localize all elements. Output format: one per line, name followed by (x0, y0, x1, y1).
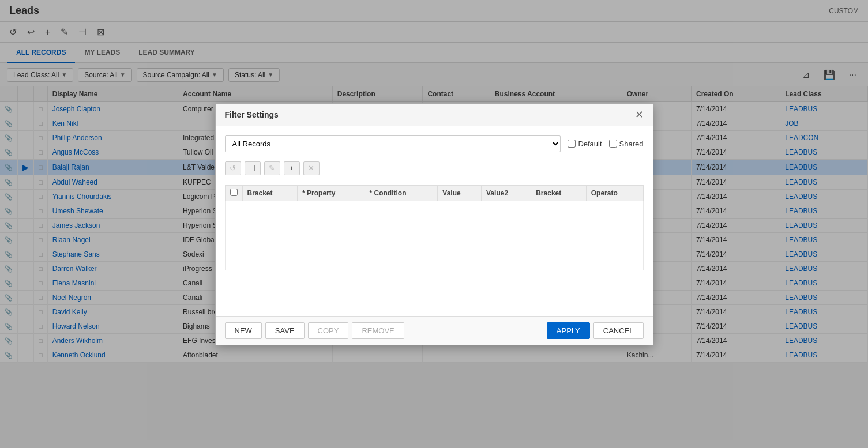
grid-col-bracket1: Bracket (242, 185, 298, 201)
shared-checkbox[interactable] (609, 140, 617, 148)
grid-col-operator: Operato (586, 185, 643, 201)
grid-col-check (225, 185, 242, 201)
copy-button[interactable]: COPY (308, 322, 349, 339)
modal-overlay: Filter Settings ✕ All Records Default Sh… (0, 0, 868, 445)
modal-close-button[interactable]: ✕ (635, 110, 644, 120)
edit-row-icon[interactable]: ✎ (264, 161, 280, 175)
filter-grid: Bracket * Property * Condition Value Val… (225, 185, 644, 270)
grid-col-condition: * Condition (365, 185, 438, 201)
shared-checkbox-label[interactable]: Shared (609, 140, 644, 148)
modal-body: All Records Default Shared ↺ ⊣ ✎ + ✕ (216, 126, 653, 316)
grid-col-property: * Property (298, 185, 365, 201)
grid-col-bracket2: Bracket (531, 185, 587, 201)
filter-name-select[interactable]: All Records (225, 135, 561, 152)
default-checkbox[interactable] (568, 140, 576, 148)
grid-empty-row (225, 201, 643, 270)
filter-sub-toolbar: ↺ ⊣ ✎ + ✕ (225, 159, 644, 180)
add-row-icon[interactable]: + (284, 161, 300, 175)
grid-select-all[interactable] (230, 189, 238, 196)
filter-top-row: All Records Default Shared (225, 135, 644, 152)
cancel-button[interactable]: CANCEL (593, 322, 644, 339)
modal-footer: NEW SAVE COPY REMOVE APPLY CANCEL (216, 316, 653, 345)
remove-button[interactable]: REMOVE (352, 322, 404, 339)
columns-icon[interactable]: ⊣ (245, 161, 261, 175)
save-button[interactable]: SAVE (265, 322, 305, 339)
grid-col-value: Value (438, 185, 482, 201)
modal-title: Filter Settings (225, 110, 279, 119)
modal-header: Filter Settings ✕ (216, 104, 653, 126)
remove-row-icon[interactable]: ✕ (303, 161, 320, 175)
default-checkbox-label[interactable]: Default (568, 140, 602, 148)
reset-icon[interactable]: ↺ (225, 161, 241, 175)
grid-col-value2: Value2 (482, 185, 531, 201)
apply-button[interactable]: APPLY (547, 322, 590, 339)
filter-settings-modal: Filter Settings ✕ All Records Default Sh… (215, 103, 653, 345)
new-button[interactable]: NEW (225, 322, 262, 339)
